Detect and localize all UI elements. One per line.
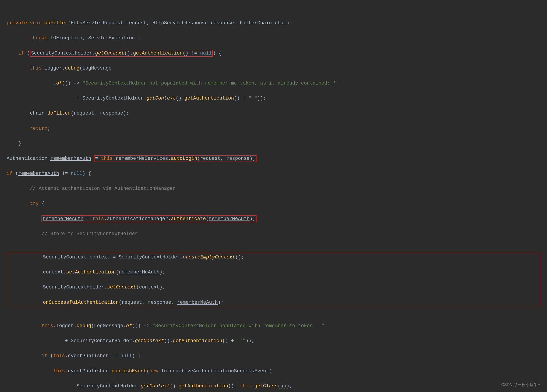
line-23: this.eventPublisher.publishEvent(new Int… [7,367,540,375]
line-7: chain.doFilter(request, response); [7,110,540,117]
line-6: + SecurityContextHolder.getContext().get… [7,95,540,102]
line-3: if (SecurityContextHolder.getContext().g… [7,50,540,57]
line-22: if (this.eventPublisher != null) { [7,352,540,360]
watermark: CSDN @一枚小蜗牛H [501,382,540,388]
line-17: context.setAuthentication(rememberMeAuth… [8,269,539,276]
line-24: SecurityContextHolder.getContext().getAu… [7,383,540,390]
line-1: private void doFilter(HttpServletRequest… [7,20,540,27]
line-12: // Attempt authenticaton via Authenticat… [7,185,540,193]
code-viewer: private void doFilter(HttpServletRequest… [7,4,540,392]
line-15: // Store to SecurityContextHolder [7,230,540,238]
line-14: rememberMeAuth = this.authenticationMana… [7,215,540,223]
line-19: onSuccessfulAuthentication(request, resp… [8,299,539,306]
line-11: if (rememberMeAuth != null) { [7,170,540,178]
line-4: this.logger.debug(LogMessage [7,65,540,72]
line-16: SecurityContext context = SecurityContex… [8,254,539,261]
line-2: throws IOException, ServletException { [7,34,540,42]
line-21: + SecurityContextHolder.getContext().get… [7,337,540,345]
line-10: Authentication rememberMeAuth = this.rem… [7,155,540,162]
line-9: } [7,140,540,147]
line-8: return; [7,125,540,132]
line-20: this.logger.debug(LogMessage.of(() -> "S… [7,322,540,330]
line-18: SecurityContextHolder.setContext(context… [8,284,539,291]
line-5: .of(() -> "SecurityContextHolder not pop… [7,80,540,87]
redbox-context-block: SecurityContext context = SecurityContex… [7,253,540,307]
line-13: try { [7,200,540,207]
